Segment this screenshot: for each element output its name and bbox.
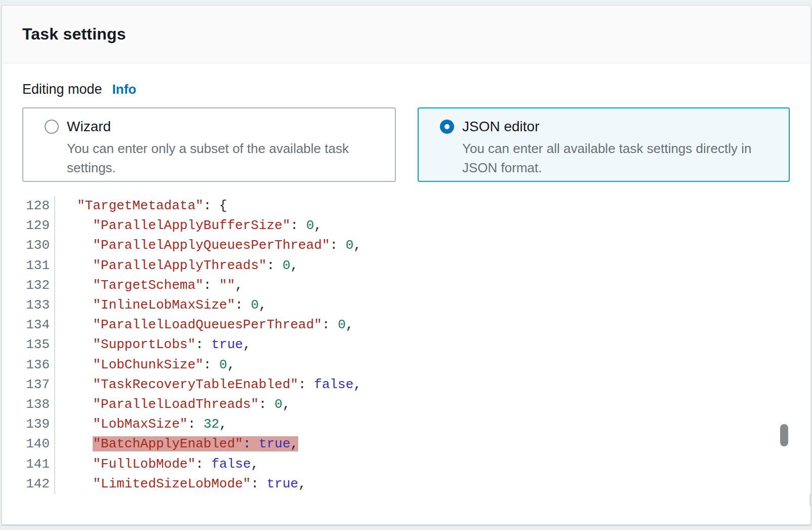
json-bool-token: true — [211, 337, 242, 352]
json-plain-token: { — [219, 198, 227, 213]
json-bool-token: false — [211, 457, 251, 472]
code-segment: "LobChunkSize": 0, — [93, 357, 235, 372]
code-line: "TargetSchema": "", — [55, 276, 243, 295]
code-segment: "TargetMetadata": { — [77, 198, 227, 213]
page-title: Task settings — [22, 25, 126, 44]
json-num-token: 0 — [274, 397, 282, 412]
code-segment: "FullLobMode": false, — [93, 457, 259, 472]
code-line: "ParallelApplyThreads": 0, — [55, 256, 298, 276]
editor-line: 140 "BatchApplyEnabled": true, — [2, 434, 810, 454]
code-segment: "LobMaxSize": 32, — [93, 417, 227, 432]
json-plain-token: , — [251, 457, 259, 472]
code-editor[interactable]: 128 "TargetMetadata": {129 "ParallelAppl… — [2, 196, 810, 507]
code-line: "LobChunkSize": 0, — [55, 355, 235, 375]
line-number: 133 — [2, 295, 55, 315]
code-line: "BatchApplyEnabled": true, — [55, 434, 298, 454]
json-plain-token: , — [314, 218, 322, 233]
tile-json-editor-head: JSON editor — [440, 119, 789, 135]
line-number: 129 — [2, 216, 55, 236]
code-line: "TargetMetadata": { — [55, 196, 227, 216]
task-settings-panel: Task settings Editing mode Info Wizard Y… — [2, 5, 811, 525]
code-segment: "TargetSchema": "", — [93, 278, 242, 293]
json-plain-token: : — [322, 317, 338, 332]
wizard-radio[interactable] — [45, 120, 59, 134]
editing-mode-row: Editing mode Info — [22, 82, 810, 97]
json-plain-token: , — [291, 258, 299, 273]
editor-line: 130 "ParallelApplyQueuesPerThread": 0, — [2, 236, 810, 255]
json-plain-token: , — [235, 278, 243, 293]
json-plain-token: , — [353, 377, 361, 392]
editor-line: 139 "LobMaxSize": 32, — [2, 414, 810, 434]
json-plain-token: : — [204, 357, 219, 372]
json-key-token: "LobMaxSize" — [93, 417, 187, 432]
tile-wizard[interactable]: Wizard You can enter only a subset of th… — [22, 107, 396, 182]
code-segment: "ParallelApplyBufferSize": 0, — [93, 218, 322, 233]
code-line: "ParallelLoadQueuesPerThread": 0, — [55, 315, 353, 335]
json-bool-token: true — [267, 476, 298, 491]
json-plain-token: , — [282, 397, 291, 412]
code-segment: "TaskRecoveryTableEnabled": false, — [93, 377, 361, 392]
json-plain-token: , — [259, 297, 267, 313]
json-key-token: "SupportLobs" — [93, 337, 195, 352]
line-number: 141 — [2, 455, 55, 474]
editing-mode-tiles: Wizard You can enter only a subset of th… — [22, 107, 810, 182]
code-line: "TaskRecoveryTableEnabled": false, — [55, 375, 361, 395]
json-key-token: "BatchApplyEnabled" — [93, 436, 242, 451]
line-number: 138 — [2, 395, 55, 414]
json-plain-token: : — [330, 238, 346, 253]
editor-line: 133 "InlineLobMaxSize": 0, — [2, 295, 810, 315]
line-number: 135 — [2, 335, 55, 355]
json-key-token: "LimitedSizeLobMode" — [93, 476, 251, 491]
json-key-token: "TargetMetadata" — [77, 198, 204, 213]
info-link[interactable]: Info — [112, 82, 137, 97]
json-editor-radio[interactable] — [440, 120, 454, 134]
json-key-token: "FullLobMode" — [93, 457, 195, 472]
json-num-token: 0 — [219, 357, 227, 372]
json-key-token: "TargetSchema" — [93, 278, 203, 293]
json-bool-token: false — [314, 377, 353, 392]
json-plain-token: : — [243, 436, 259, 451]
line-number: 140 — [2, 434, 55, 454]
editor-line: 136 "LobChunkSize": 0, — [2, 355, 810, 375]
code-line: "ParallelApplyBufferSize": 0, — [55, 216, 322, 236]
tile-wizard-head: Wizard — [45, 119, 395, 135]
json-plain-token: , — [353, 238, 361, 253]
json-key-token: "ParallelApplyQueuesPerThread" — [93, 238, 330, 253]
json-plain-token: , — [298, 476, 306, 491]
panel-header: Task settings — [2, 6, 810, 63]
json-num-token: 0 — [346, 238, 354, 253]
line-number: 134 — [2, 315, 55, 335]
line-number: 132 — [2, 276, 55, 295]
json-plain-token: : — [204, 278, 219, 293]
editor-line: 142 "LimitedSizeLobMode": true, — [2, 474, 810, 494]
json-num-token: 0 — [306, 218, 314, 233]
json-num-token: 0 — [282, 258, 291, 273]
line-number: 131 — [2, 256, 55, 276]
code-segment: "ParallelApplyQueuesPerThread": 0, — [93, 238, 361, 253]
json-plain-token: : — [298, 377, 314, 392]
line-number: 142 — [2, 474, 55, 494]
editor-scrollbar-thumb[interactable] — [780, 424, 788, 446]
json-plain-token: : — [195, 337, 211, 352]
code-line: "InlineLobMaxSize": 0, — [55, 295, 267, 315]
code-line: "LimitedSizeLobMode": true, — [55, 474, 306, 494]
json-plain-token: , — [227, 357, 235, 372]
json-key-token: "InlineLobMaxSize" — [93, 297, 235, 313]
editor-line: 141 "FullLobMode": false, — [2, 455, 810, 474]
editing-mode-label: Editing mode — [22, 82, 102, 97]
line-number: 139 — [2, 414, 55, 434]
code-line: "LobMaxSize": 32, — [55, 414, 227, 434]
code-segment: "LimitedSizeLobMode": true, — [93, 476, 306, 491]
editor-line: 129 "ParallelApplyBufferSize": 0, — [2, 216, 810, 236]
tile-json-editor[interactable]: JSON editor You can enter all available … — [418, 107, 790, 182]
json-plain-token: , — [346, 317, 354, 332]
json-num-token: 32 — [204, 417, 219, 432]
json-key-token: "TaskRecoveryTableEnabled" — [93, 377, 298, 392]
tile-json-editor-description: You can enter all available task setting… — [462, 139, 766, 177]
json-plain-token: : — [235, 297, 251, 313]
json-plain-token: : — [291, 218, 306, 233]
editor-line: 134 "ParallelLoadQueuesPerThread": 0, — [2, 315, 810, 335]
code-segment: "ParallelApplyThreads": 0, — [93, 258, 298, 273]
json-plain-token: : — [259, 397, 274, 412]
code-line: "SupportLobs": true, — [55, 335, 251, 355]
